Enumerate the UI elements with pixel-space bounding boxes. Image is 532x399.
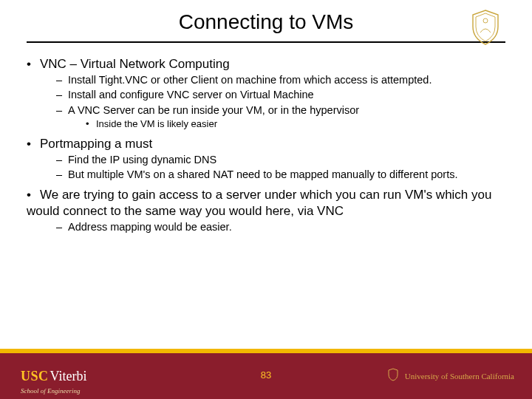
bullet-level-2: •Inside the VM is likely easier — [86, 118, 505, 130]
university-shield-icon — [387, 368, 399, 384]
footer-red-bar: USC Viterbi School of Engineering 83 Uni… — [0, 353, 532, 399]
bullet-text: Find the IP using dynamic DNS — [68, 154, 216, 166]
bullet-level-1: –But multiple VM's on a shared NAT need … — [56, 168, 505, 181]
usc-wordmark: USC — [21, 369, 49, 384]
bullet-dash-icon: – — [56, 88, 68, 101]
bullet-text: Install Tight.VNC or other Client on mac… — [68, 74, 432, 86]
svg-point-0 — [483, 18, 488, 23]
bullet-dash-icon: – — [56, 73, 68, 86]
page-number: 83 — [261, 369, 271, 381]
bullet-text: Portmapping a must — [40, 137, 152, 151]
slide: Connecting to VMs •VNC – Virtual Network… — [0, 0, 532, 399]
usc-crest-icon — [468, 9, 502, 49]
university-mark: University of Southern California — [387, 368, 514, 384]
bullet-dash-icon: – — [56, 153, 68, 166]
bullet-text: A VNC Server can be run inside your VM, … — [68, 104, 359, 116]
bullet-text: We are trying to gain access to a server… — [27, 188, 491, 217]
bullet-text: Install and configure VNC server on Virt… — [68, 89, 314, 100]
bullet-level-1: –Install and configure VNC server on Vir… — [56, 88, 505, 101]
bullet-level-0: •We are trying to gain access to a serve… — [27, 187, 505, 219]
bullet-level-1: –Address mapping would be easier. — [56, 220, 505, 233]
bullet-dash-icon: – — [56, 220, 68, 233]
slide-footer: USC Viterbi School of Engineering 83 Uni… — [0, 349, 532, 399]
bullet-level-1: –A VNC Server can be run inside your VM,… — [56, 103, 505, 117]
slide-title: Connecting to VMs — [179, 10, 354, 34]
slide-body: •VNC – Virtual Network Computing –Instal… — [0, 43, 532, 233]
bullet-text: Address mapping would be easier. — [68, 221, 232, 233]
university-name: University of Southern California — [405, 372, 514, 381]
bullet-dot-icon: • — [27, 187, 40, 202]
bullet-dash-icon: – — [56, 168, 68, 181]
usc-viterbi-logo: USC Viterbi — [21, 369, 86, 384]
viterbi-wordmark: Viterbi — [50, 369, 87, 384]
bullet-level-0: •Portmapping a must — [27, 136, 505, 151]
bullet-level-1: –Find the IP using dynamic DNS — [56, 153, 505, 166]
school-name: School of Engineering — [21, 387, 81, 395]
bullet-dot-icon: • — [27, 136, 40, 151]
bullet-dot-icon: • — [27, 56, 40, 72]
title-row: Connecting to VMs — [0, 0, 532, 34]
bullet-text: VNC – Virtual Network Computing — [40, 57, 230, 71]
bullet-level-1: –Install Tight.VNC or other Client on ma… — [56, 73, 505, 86]
bullet-dash-icon: – — [56, 103, 68, 117]
bullet-text: Inside the VM is likely easier — [96, 118, 217, 129]
bullet-dot-icon: • — [86, 118, 96, 130]
bullet-text: But multiple VM's on a shared NAT need t… — [68, 168, 457, 180]
bullet-level-0: •VNC – Virtual Network Computing — [27, 56, 505, 72]
